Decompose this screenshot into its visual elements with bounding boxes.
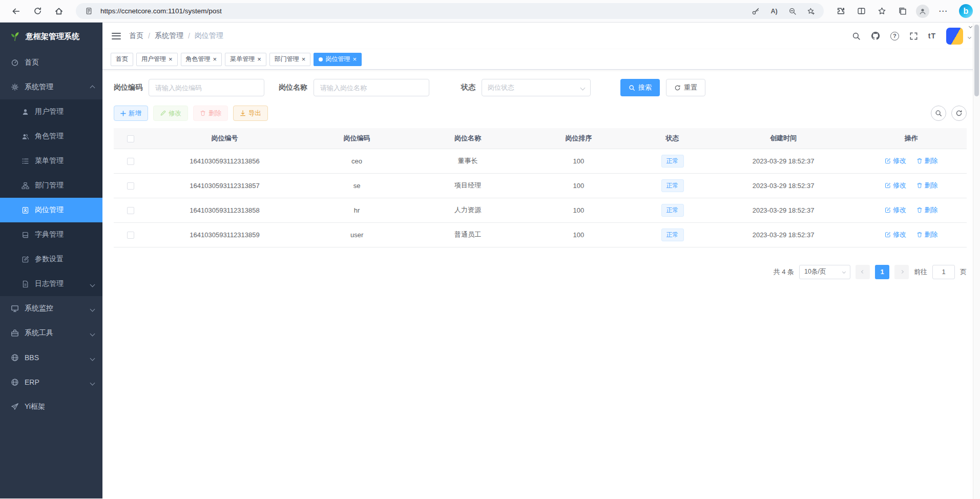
search-icon[interactable] <box>852 32 861 40</box>
status-select[interactable]: 岗位状态 <box>482 79 591 96</box>
page-size-select[interactable]: 10条/页 <box>799 265 850 279</box>
goto-unit: 页 <box>960 267 967 277</box>
send-icon <box>10 403 19 411</box>
text-size-icon[interactable]: tT <box>928 32 936 40</box>
goto-page-input[interactable] <box>932 265 955 279</box>
site-info-icon[interactable] <box>82 5 95 18</box>
add-button[interactable]: 新增 <box>114 106 148 121</box>
row-edit-link[interactable]: 修改 <box>885 181 906 190</box>
post-code-input[interactable] <box>149 79 264 96</box>
sidebar-item-erp[interactable]: ERP <box>0 370 102 394</box>
search-button-label: 搜索 <box>638 83 652 92</box>
row-delete-link[interactable]: 删除 <box>916 230 938 239</box>
row-edit-link[interactable]: 修改 <box>885 230 906 239</box>
edit-button[interactable]: 修改 <box>153 106 188 121</box>
refresh-button[interactable] <box>29 3 46 20</box>
tab-department-management[interactable]: 部门管理 × <box>269 53 311 66</box>
tab-post-management[interactable]: 岗位管理 × <box>314 53 362 66</box>
reset-button-label: 重置 <box>684 83 697 92</box>
tab-home[interactable]: 首页 <box>111 53 133 66</box>
collections-icon[interactable] <box>893 3 911 20</box>
org-tree-icon <box>20 182 30 190</box>
refresh-table-button[interactable] <box>951 106 967 121</box>
refresh-icon <box>955 110 963 117</box>
tab-label: 角色管理 <box>186 55 211 64</box>
tab-menu-management[interactable]: 菜单管理 × <box>225 53 266 66</box>
tab-label: 用户管理 <box>141 55 166 64</box>
more-menu-icon[interactable]: ⋯ <box>934 3 952 20</box>
row-delete-link[interactable]: 删除 <box>916 181 938 190</box>
select-all-checkbox[interactable] <box>127 135 134 142</box>
row-checkbox[interactable] <box>127 158 134 165</box>
menu-label: 岗位管理 <box>35 205 64 215</box>
current-page-button[interactable]: 1 <box>875 265 889 279</box>
sidebar-item-user-management[interactable]: 用户管理 <box>0 99 102 124</box>
close-icon[interactable]: × <box>302 56 306 63</box>
row-checkbox[interactable] <box>127 207 134 214</box>
favorite-add-icon[interactable] <box>804 5 818 18</box>
sidebar-item-system-tools[interactable]: 系统工具 <box>0 321 102 345</box>
close-icon[interactable]: × <box>257 56 261 63</box>
home-button[interactable] <box>50 3 68 20</box>
column-post-id: 岗位编号 <box>148 128 302 149</box>
prev-page-button[interactable] <box>856 265 870 279</box>
export-button[interactable]: 导出 <box>233 106 268 121</box>
bing-icon[interactable]: b <box>959 4 973 18</box>
favorites-icon[interactable] <box>873 3 890 20</box>
sidebar-item-menu-management[interactable]: 菜单管理 <box>0 149 102 173</box>
sidebar-item-post-management[interactable]: 岗位管理 <box>0 198 102 222</box>
reset-button[interactable]: 重置 <box>666 79 705 96</box>
delete-button[interactable]: 删除 <box>193 106 228 121</box>
sidebar-item-dictionary-management[interactable]: 字典管理 <box>0 222 102 247</box>
zoom-out-icon[interactable] <box>786 5 799 18</box>
tab-user-management[interactable]: 用户管理 × <box>136 53 178 66</box>
sidebar-item-bbs[interactable]: BBS <box>0 345 102 370</box>
github-icon[interactable] <box>871 31 880 40</box>
sidebar-item-home[interactable]: 首页 <box>0 50 102 75</box>
scrollbar-thumb[interactable] <box>974 25 979 96</box>
breadcrumb-home[interactable]: 首页 <box>129 31 143 40</box>
breadcrumb: 首页 / 系统管理 / 岗位管理 <box>129 31 223 40</box>
toggle-search-button[interactable] <box>931 106 946 121</box>
row-delete-link[interactable]: 删除 <box>916 205 938 215</box>
row-edit-link[interactable]: 修改 <box>885 205 906 215</box>
trash-icon <box>916 232 923 238</box>
close-icon[interactable]: × <box>169 56 173 63</box>
read-aloud-icon[interactable]: A) <box>767 5 781 18</box>
cell-post-sort: 100 <box>523 173 634 198</box>
vertical-scrollbar[interactable] <box>973 23 980 499</box>
close-icon[interactable]: × <box>352 56 357 63</box>
sidebar-item-yi-framework[interactable]: Yi框架 <box>0 394 102 419</box>
profile-avatar[interactable] <box>914 3 931 20</box>
cell-post-code: ceo <box>301 149 412 173</box>
sidebar-item-role-management[interactable]: 角色管理 <box>0 124 102 149</box>
row-edit-label: 修改 <box>893 181 906 190</box>
tab-role-management[interactable]: 角色管理 × <box>181 53 222 66</box>
close-icon[interactable]: × <box>213 56 217 63</box>
app-logo[interactable]: 意框架管理系统 <box>0 23 102 50</box>
address-bar[interactable]: https://ccnetcore.com:1101/system/post A… <box>76 3 824 19</box>
row-checkbox[interactable] <box>127 232 134 239</box>
next-page-button[interactable] <box>894 265 909 279</box>
breadcrumb-system[interactable]: 系统管理 <box>155 31 183 40</box>
sidebar-item-system-management[interactable]: 系统管理 <box>0 75 102 99</box>
sidebar-toggle-icon[interactable] <box>112 33 121 39</box>
row-delete-link[interactable]: 删除 <box>916 156 938 165</box>
sidebar-item-log-management[interactable]: 日志管理 <box>0 272 102 296</box>
post-name-input[interactable] <box>314 79 429 96</box>
user-avatar[interactable] <box>946 28 963 45</box>
sidebar-panel-caret-icon[interactable] <box>969 20 972 30</box>
back-button[interactable] <box>7 3 25 20</box>
password-key-icon[interactable] <box>749 5 762 18</box>
extensions-icon[interactable] <box>832 3 849 20</box>
row-checkbox[interactable] <box>127 182 134 190</box>
help-icon[interactable]: ? <box>890 32 899 40</box>
sidebar-item-parameter-settings[interactable]: 参数设置 <box>0 247 102 272</box>
sidebar-item-department-management[interactable]: 部门管理 <box>0 173 102 198</box>
split-screen-icon[interactable] <box>852 3 870 20</box>
row-edit-link[interactable]: 修改 <box>885 156 906 165</box>
sidebar-item-system-monitor[interactable]: 系统监控 <box>0 296 102 321</box>
avatar-dropdown-caret-icon[interactable] <box>968 31 971 40</box>
search-button[interactable]: 搜索 <box>620 79 660 96</box>
fullscreen-icon[interactable] <box>909 32 918 40</box>
